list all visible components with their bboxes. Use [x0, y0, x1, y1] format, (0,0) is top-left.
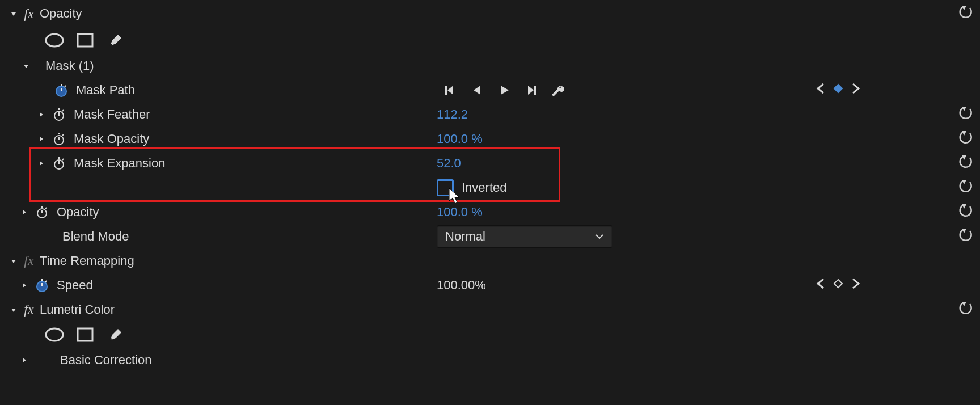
next-keyframe-button[interactable] — [851, 83, 861, 98]
chevron-down-icon — [595, 229, 604, 244]
effect-time-remapping-header[interactable]: fx Time Remapping — [0, 248, 980, 273]
mask-feather-row: Mask Feather 112.2 — [0, 102, 980, 126]
reset-icon[interactable] — [958, 106, 973, 120]
track-backward-button[interactable] — [470, 83, 484, 98]
stopwatch-icon[interactable] — [52, 108, 66, 121]
blend-mode-value: Normal — [445, 229, 485, 244]
opacity-label: Opacity — [57, 205, 99, 220]
caret-down-icon[interactable] — [7, 306, 20, 313]
lumetri-mask-shape-tools — [0, 322, 980, 348]
mask-opacity-label: Mask Opacity — [74, 132, 149, 146]
mask-feather-label: Mask Feather — [74, 107, 150, 122]
blend-mode-row: Blend Mode Normal — [0, 224, 980, 248]
effect-lumetri-header[interactable]: fx Lumetri Color — [0, 297, 980, 322]
caret-right-icon[interactable] — [17, 282, 31, 289]
reset-icon[interactable] — [958, 179, 973, 193]
basic-correction-row[interactable]: Basic Correction — [0, 348, 980, 372]
stopwatch-icon[interactable] — [35, 205, 49, 219]
inverted-checkbox[interactable] — [437, 179, 454, 196]
keyframe-nav — [816, 83, 861, 98]
effect-opacity-header[interactable]: fx Opacity — [0, 0, 980, 27]
prev-keyframe-button[interactable] — [816, 83, 826, 98]
add-keyframe-button[interactable] — [833, 83, 844, 98]
ellipse-mask-button[interactable] — [44, 32, 65, 49]
next-keyframe-button[interactable] — [851, 278, 861, 293]
track-forward-button[interactable] — [497, 83, 512, 98]
pen-mask-button[interactable] — [105, 326, 126, 343]
opacity-prop-row: Opacity 100.0 % — [0, 200, 980, 224]
caret-right-icon[interactable] — [34, 160, 48, 167]
mask-1-header[interactable]: Mask (1) — [0, 53, 980, 78]
caret-right-icon[interactable] — [17, 209, 31, 216]
speed-row: Speed 100.00% — [0, 273, 980, 297]
reset-icon[interactable] — [958, 227, 973, 242]
mask-path-row: Mask Path — [0, 78, 980, 102]
caret-right-icon[interactable] — [17, 357, 31, 364]
reset-icon[interactable] — [958, 5, 973, 19]
mask-expansion-value[interactable]: 52.0 — [437, 156, 461, 171]
keyframe-nav — [816, 278, 861, 293]
speed-label: Speed — [57, 278, 93, 293]
speed-value: 100.00% — [437, 278, 486, 293]
add-keyframe-button[interactable] — [833, 278, 844, 293]
stopwatch-icon[interactable] — [52, 132, 66, 146]
mask-feather-value[interactable]: 112.2 — [437, 107, 468, 122]
mask-opacity-value[interactable]: 100.0 % — [437, 132, 483, 146]
effect-title: Lumetri Color — [40, 302, 115, 317]
caret-down-icon[interactable] — [7, 258, 20, 264]
inverted-label: Inverted — [462, 180, 507, 195]
mask-path-playback — [442, 83, 566, 98]
stopwatch-icon[interactable] — [35, 279, 49, 292]
basic-correction-label: Basic Correction — [60, 353, 151, 368]
mask-expansion-row: Mask Expansion 52.0 — [0, 151, 980, 175]
fx-icon[interactable]: fx — [20, 302, 37, 317]
reset-icon[interactable] — [958, 154, 973, 169]
reset-icon[interactable] — [958, 130, 973, 145]
mask-opacity-row: Mask Opacity 100.0 % — [0, 126, 980, 151]
caret-right-icon[interactable] — [34, 136, 48, 142]
blend-mode-label: Blend Mode — [62, 229, 129, 244]
tracking-method-button[interactable] — [551, 83, 566, 98]
caret-down-icon[interactable] — [19, 62, 33, 69]
stopwatch-icon[interactable] — [52, 157, 66, 170]
prev-keyframe-button[interactable] — [816, 278, 826, 293]
mask-inverted-row: Inverted — [0, 175, 980, 200]
ellipse-mask-button[interactable] — [44, 326, 65, 343]
mask-title: Mask (1) — [45, 58, 94, 73]
effect-title: Opacity — [40, 6, 82, 21]
track-forward-one-frame-button[interactable] — [524, 83, 539, 98]
blend-mode-select[interactable]: Normal — [437, 225, 612, 248]
caret-down-icon[interactable] — [7, 10, 20, 17]
fx-icon[interactable]: fx — [20, 6, 37, 22]
effect-title: Time Remapping — [40, 254, 134, 268]
mask-shape-tools — [0, 27, 980, 53]
pen-mask-button[interactable] — [105, 32, 126, 49]
stopwatch-icon[interactable] — [54, 83, 68, 97]
fx-icon[interactable]: fx — [20, 253, 37, 268]
rectangle-mask-button[interactable] — [75, 326, 95, 343]
rectangle-mask-button[interactable] — [75, 32, 95, 49]
caret-right-icon[interactable] — [34, 111, 48, 118]
mask-path-label: Mask Path — [76, 83, 135, 98]
reset-icon[interactable] — [958, 203, 973, 218]
track-backward-one-frame-button[interactable] — [442, 83, 457, 98]
opacity-value[interactable]: 100.0 % — [437, 205, 483, 220]
mask-expansion-label: Mask Expansion — [74, 156, 165, 171]
reset-icon[interactable] — [958, 301, 973, 315]
